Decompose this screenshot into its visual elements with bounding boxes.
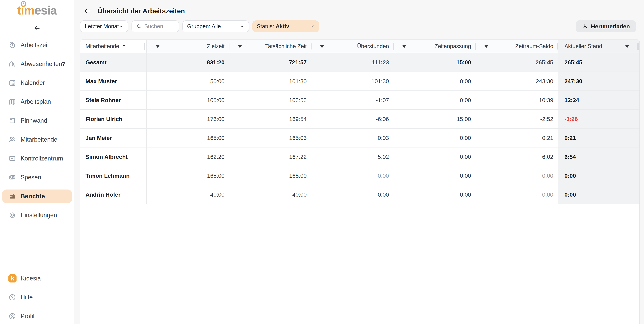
table-row[interactable]: Max Muster 50:00 101:30 101:30 0:00 243:…	[80, 72, 640, 91]
column-label: Tatsächliche Zeit	[265, 43, 307, 50]
sidebar-item-arbeitsplan[interactable]: Arbeitsplan	[2, 95, 72, 109]
groups-select-value: Gruppen: Alle	[187, 23, 221, 30]
column-header-ueberstunden[interactable]: Überstunden	[311, 40, 393, 53]
column-label: Zeitanpassung	[434, 43, 471, 50]
sidebar-item-einstellungen[interactable]: Einstellungen	[2, 208, 72, 222]
zeitanpassung-value: 0:00	[393, 72, 476, 91]
aktueller-stand-value: -3:26	[558, 110, 640, 128]
ueberstunden-value: 111:23	[311, 53, 393, 72]
sidebar-item-berichte[interactable]: Berichte	[2, 189, 72, 203]
aktueller-stand-value: 0:00	[558, 185, 640, 204]
chevron-down-icon	[119, 24, 124, 29]
help-icon	[8, 293, 16, 301]
table-row-gesamt[interactable]: Gesamt 831:20 721:57 111:23 15:00 265:45…	[80, 53, 640, 72]
employee-name: Jan Meier	[80, 129, 147, 147]
filter-icon[interactable]	[319, 43, 325, 49]
arrow-left-icon	[84, 7, 91, 15]
logo-text-secondary: esia	[34, 4, 57, 17]
sidebar-item-abwesenheiten[interactable]: Abwesenheiten 7	[2, 57, 72, 71]
kidesia-logo: k	[8, 274, 16, 282]
chevron-down-icon	[310, 24, 314, 29]
employee-name: Florian Ulrich	[80, 110, 147, 128]
column-label: Mitarbeitende	[86, 43, 119, 50]
sidebar-item-kalender[interactable]: Kalender	[2, 76, 72, 90]
ueberstunden-value: 101:30	[311, 72, 393, 91]
table-row[interactable]: Simon Albrecht 162:20 167:22 5:02 0:00 6…	[80, 147, 640, 166]
table-row[interactable]: Jan Meier 165:00 165:03 0:03 0:00 0:21 0…	[80, 129, 640, 147]
scrollbar-thumb[interactable]	[637, 43, 639, 50]
column-label: Zeitraum-Saldo	[515, 43, 553, 50]
filter-icon[interactable]	[484, 43, 489, 49]
sidebar-item-arbeitszeit[interactable]: Arbeitszeit	[2, 38, 72, 52]
sidebar-collapse-button[interactable]	[33, 24, 42, 33]
search-box[interactable]	[132, 21, 179, 32]
sidebar-item-label: Hilfe	[20, 294, 33, 301]
zielzeit-value: 105:00	[147, 91, 229, 109]
groups-select[interactable]: Gruppen: Alle	[182, 21, 249, 32]
filter-icon[interactable]	[237, 43, 243, 49]
zielzeit-value: 176:00	[147, 110, 229, 128]
sidebar-item-label: Mitarbeitende	[20, 136, 57, 143]
pinboard-icon	[8, 117, 16, 125]
page-title: Übersicht der Arbeitszeiten	[98, 7, 185, 15]
sidebar-footer: k Kidesia Hilfe Profil	[0, 272, 74, 324]
back-button[interactable]	[82, 6, 92, 16]
aktueller-stand-value: 12:24	[558, 91, 640, 109]
zeitanpassung-value: 15:00	[393, 110, 476, 128]
sidebar-item-profil[interactable]: Profil	[2, 309, 72, 323]
tatsaechliche-zeit-value: 101:30	[229, 72, 311, 91]
column-header-mitarbeitende[interactable]: Mitarbeitende	[80, 40, 147, 53]
filter-icon[interactable]	[402, 43, 407, 49]
sort-asc-icon[interactable]	[122, 44, 126, 49]
sidebar-item-mitarbeitende[interactable]: Mitarbeitende	[2, 133, 72, 146]
zeitraum-saldo-value: 265:45	[476, 53, 558, 72]
tatsaechliche-zeit-value: 167:22	[229, 147, 311, 166]
sidebar-item-label: Kidesia	[21, 275, 41, 282]
download-button-label: Herunterladen	[591, 23, 630, 30]
sidebar-item-hilfe[interactable]: Hilfe	[2, 290, 72, 304]
ueberstunden-value: 0:03	[311, 129, 393, 147]
zeitanpassung-value: 0:00	[393, 166, 476, 185]
zeitraum-saldo-value: -2:52	[476, 110, 558, 128]
employee-name: Simon Albrecht	[80, 147, 147, 166]
status-select[interactable]: Status: Aktiv	[252, 21, 319, 32]
sidebar-item-spesen[interactable]: Spesen	[2, 171, 72, 184]
filter-icon[interactable]	[624, 43, 630, 49]
zielzeit-value: 831:20	[147, 53, 229, 72]
zielzeit-value: 50:00	[147, 72, 229, 91]
arrow-left-icon	[34, 25, 41, 32]
working-hours-table: Mitarbeitende Zielzeit Tatsächliche Zeit	[80, 40, 640, 324]
download-button[interactable]: Herunterladen	[576, 21, 636, 32]
sidebar-item-kidesia[interactable]: k Kidesia	[2, 272, 72, 285]
page-header: Übersicht der Arbeitszeiten	[82, 5, 185, 17]
column-header-aktueller-stand[interactable]: Aktueller Stand	[558, 40, 640, 53]
search-input[interactable]	[144, 23, 173, 30]
column-header-zeitraum-saldo[interactable]: Zeitraum-Saldo	[476, 40, 558, 53]
column-header-zielzeit[interactable]: Zielzeit	[147, 40, 229, 53]
sidebar: timesia Arbeitszeit Abwesenheiten 7 Kale…	[0, 0, 74, 324]
tatsaechliche-zeit-value: 165:03	[229, 129, 311, 147]
ueberstunden-value: 0:00	[311, 185, 393, 204]
table-row[interactable]: Andrin Hofer 40:00 40:00 0:00 0:00 0:00 …	[80, 185, 640, 204]
sidebar-nav: Arbeitszeit Abwesenheiten 7 Kalender Arb…	[0, 38, 74, 227]
column-header-tatsaechliche-zeit[interactable]: Tatsächliche Zeit	[229, 40, 311, 53]
table-row[interactable]: Florian Ulrich 176:00 169:54 -6:06 15:00…	[80, 110, 640, 129]
column-label: Aktueller Stand	[564, 43, 602, 50]
employee-name: Gesamt	[80, 53, 147, 72]
ueberstunden-value: -6:06	[311, 110, 393, 128]
filter-icon[interactable]	[155, 43, 160, 49]
zeitanpassung-value: 0:00	[393, 91, 476, 109]
zielzeit-value: 165:00	[147, 129, 229, 147]
sidebar-item-pinnwand[interactable]: Pinnwand	[2, 114, 72, 127]
column-header-zeitanpassung[interactable]: Zeitanpassung	[393, 40, 476, 53]
app-logo: timesia	[0, 3, 74, 17]
sidebar-item-kontrollzentrum[interactable]: Kontrollzentrum	[2, 152, 72, 165]
profile-icon	[8, 312, 16, 320]
zielzeit-value: 40:00	[147, 185, 229, 204]
sidebar-item-label: Abwesenheiten	[20, 60, 62, 68]
table-row[interactable]: Timon Lehmann 165:00 165:00 0:00 0:00 0:…	[80, 166, 640, 185]
table-row[interactable]: Stela Rohner 105:00 103:53 -1:07 0:00 10…	[80, 91, 640, 110]
employee-name: Timon Lehmann	[80, 166, 147, 185]
ueberstunden-value: -1:07	[311, 91, 393, 109]
period-select[interactable]: Letzter Monat	[80, 21, 128, 32]
